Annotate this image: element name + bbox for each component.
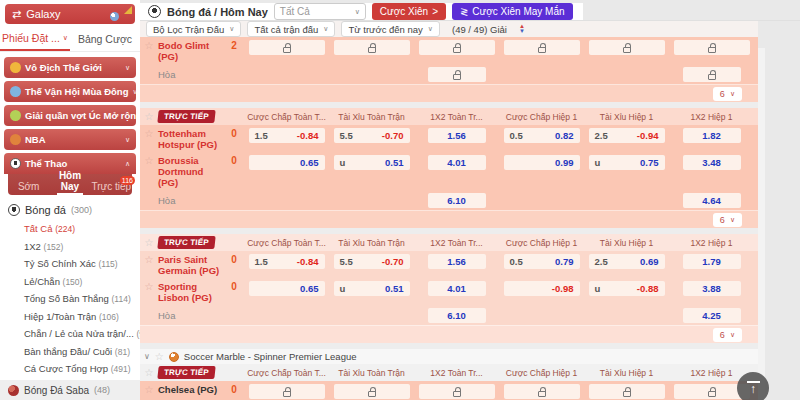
column-header: Cược Chấp Hiệp 1: [499, 238, 584, 248]
handicap-odds-box[interactable]: u0.75: [589, 155, 665, 170]
star-icon[interactable]: ☆: [140, 128, 158, 140]
scroll-to-top-button[interactable]: ↑: [737, 372, 769, 400]
sidebar-item-saba[interactable]: Bóng Đá Saba (48): [0, 380, 140, 400]
league-select[interactable]: Tất Cả ∨: [274, 3, 366, 20]
handicap-odds-box[interactable]: 0.50.82: [504, 128, 580, 143]
odds-value: 0.65: [300, 157, 319, 168]
more-markets-button[interactable]: 6∨: [713, 87, 742, 101]
locked-odds-box[interactable]: [683, 67, 741, 82]
locked-odds-box[interactable]: [334, 40, 410, 55]
logo-bar[interactable]: ⇄ Galaxy: [5, 4, 135, 24]
handicap-odds-box[interactable]: 0.99: [504, 155, 580, 170]
handicap-odds-box[interactable]: 1.5-0.84: [249, 128, 325, 143]
star-icon[interactable]: ☆: [140, 384, 158, 396]
locked-odds-box[interactable]: [674, 40, 750, 55]
star-icon[interactable]: ☆: [140, 281, 158, 293]
bet-type-item[interactable]: 1X2 (152): [0, 238, 140, 256]
handicap-odds-box[interactable]: u0.51: [334, 155, 410, 170]
odds-cell: 1.82: [669, 128, 754, 143]
star-icon[interactable]: ☆: [155, 351, 164, 362]
bet-type-item[interactable]: Bàn thắng Đầu/ Cuối (81): [0, 343, 140, 361]
handicap-odds-box[interactable]: 0.65: [249, 155, 325, 170]
filter-dropdown-time-range[interactable]: Từ trước đến nay∨: [341, 21, 440, 37]
locked-odds-box[interactable]: [419, 40, 495, 55]
odds-box[interactable]: 4.01: [428, 155, 486, 170]
handicap-odds-box[interactable]: 0.50.79: [504, 254, 580, 269]
bet-type-count: (81): [115, 347, 130, 357]
sidebar-item-nba[interactable]: NBA∨: [4, 129, 136, 150]
handicap-odds-box[interactable]: 2.50.69: [589, 254, 665, 269]
odds-value: 0.82: [555, 130, 574, 141]
star-icon[interactable]: ☆: [140, 254, 158, 266]
sidebar-item-world-cup[interactable]: Vô Địch Thế Giới∨: [4, 57, 136, 78]
handicap-odds-box[interactable]: u-0.88: [589, 281, 665, 296]
odds-box[interactable]: 4.25: [683, 308, 741, 323]
subtab-som[interactable]: Sớm: [8, 181, 49, 195]
locked-odds-box[interactable]: [589, 40, 665, 55]
handicap-odds-box[interactable]: -0.98: [504, 281, 580, 296]
app: ⇄ Galaxy Phiếu Đặt ... ∨ Bảng Cược Vô Đị…: [0, 0, 800, 400]
handicap-odds-box[interactable]: 0.65: [249, 281, 325, 296]
sport-header[interactable]: Bóng đá (300): [0, 201, 140, 220]
star-icon[interactable]: ☆: [140, 367, 158, 379]
bet-type-label: Tất Cả: [24, 223, 55, 234]
sidebar-item-australian-open[interactable]: Giải quần vợt Úc Mở rộng∨: [4, 105, 136, 126]
star-icon[interactable]: ☆: [140, 40, 158, 52]
more-markets-button[interactable]: 6∨: [713, 328, 742, 342]
ball-decoration-icon: [110, 12, 119, 21]
odds-box[interactable]: 1.82: [683, 128, 741, 143]
draw-label: Hòa: [158, 67, 224, 80]
locked-odds-box[interactable]: [419, 384, 495, 399]
filter-dropdown-all-matches[interactable]: Tất cả trận đấu∨: [247, 21, 335, 37]
odds-box[interactable]: 3.88: [683, 281, 741, 296]
column-header: Cược Chấp Toàn T...: [244, 238, 329, 248]
locked-odds-box[interactable]: [428, 67, 486, 82]
tab-bet-slip[interactable]: Phiếu Đặt ... ∨: [0, 27, 70, 51]
star-icon[interactable]: ☆: [140, 237, 158, 249]
locked-odds-box[interactable]: [589, 384, 665, 399]
more-markets-button[interactable]: 6∨: [713, 213, 742, 227]
bet-type-item[interactable]: Tất Cả (224): [0, 220, 140, 238]
odds-box[interactable]: 3.48: [683, 155, 741, 170]
odds-cell: [669, 40, 754, 55]
handicap-odds-box[interactable]: 5.5-0.70: [334, 254, 410, 269]
odds-box[interactable]: 1.56: [428, 128, 486, 143]
bet-type-item[interactable]: Hiệp 1/Toàn Trận (106): [0, 308, 140, 326]
odds-box[interactable]: 6.10: [428, 193, 486, 208]
parlay-button[interactable]: Cược Xiên >: [372, 3, 446, 20]
subtab-truc-tiep[interactable]: Trực tiếp116: [91, 181, 132, 195]
section-footer: 6∨: [140, 210, 758, 228]
bet-type-item[interactable]: Cá Cược Tổng Hợp (491): [0, 360, 140, 378]
star-icon[interactable]: ☆: [140, 111, 158, 123]
saba-count: (48): [94, 385, 110, 395]
chevron-down-icon[interactable]: ∨: [144, 352, 150, 361]
handicap-odds-box[interactable]: 1.5-0.84: [249, 254, 325, 269]
odds-box[interactable]: 1.79: [683, 254, 741, 269]
handicap-odds-box[interactable]: 5.5-0.70: [334, 128, 410, 143]
locked-odds-box[interactable]: [504, 384, 580, 399]
bet-type-item[interactable]: Tổng Số Bàn Thắng (114): [0, 290, 140, 308]
team-name: Bodo Glimt (PG): [158, 40, 224, 62]
odds-box[interactable]: 4.64: [683, 193, 741, 208]
handicap-odds-box[interactable]: u0.51: [334, 281, 410, 296]
tab-bet-board[interactable]: Bảng Cược: [70, 27, 140, 51]
locked-odds-box[interactable]: [334, 384, 410, 399]
locked-odds-box[interactable]: [249, 384, 325, 399]
bet-type-item[interactable]: Lẻ/Chẵn (150): [0, 273, 140, 291]
sidebar-item-winter-games[interactable]: Thế Vận Hội Mùa Đông∨: [4, 81, 136, 102]
subtab-hom-nay[interactable]: Hôm Nay: [49, 170, 90, 195]
bet-type-item[interactable]: Tỷ Số Chính Xác (115): [0, 255, 140, 273]
sort-icon[interactable]: ▲ ▼: [519, 24, 525, 34]
star-icon[interactable]: ☆: [140, 155, 158, 167]
odds-cell: u0.75: [584, 155, 669, 170]
odds-box[interactable]: 6.10: [428, 308, 486, 323]
filter-dropdown-match-filter[interactable]: Bộ Lọc Trận Đấu∨: [146, 21, 241, 37]
locked-odds-box[interactable]: [249, 40, 325, 55]
odds-box[interactable]: 4.01: [428, 281, 486, 296]
bet-type-item[interactable]: Chẵn / Lẻ của Nửa trận/... (99): [0, 325, 140, 343]
lucky-parlay-button[interactable]: ≷ Cược Xiên May Mắn: [452, 3, 573, 20]
scrollbar[interactable]: [758, 48, 765, 400]
locked-odds-box[interactable]: [504, 40, 580, 55]
odds-box[interactable]: 1.56: [428, 254, 486, 269]
handicap-odds-box[interactable]: 2.5-0.94: [589, 128, 665, 143]
